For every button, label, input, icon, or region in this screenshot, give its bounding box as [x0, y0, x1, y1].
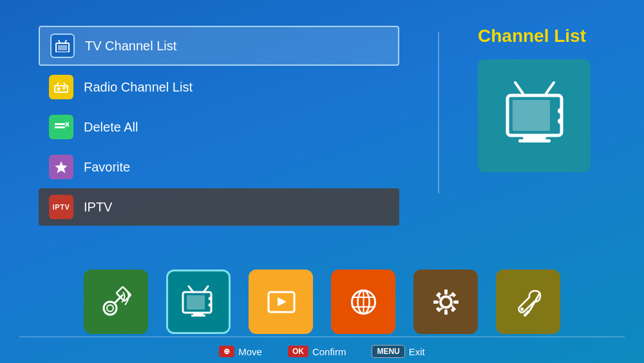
- svg-point-43: [440, 297, 451, 307]
- hint-confirm: OK Confirm: [288, 346, 346, 357]
- satellite-icon: [99, 284, 134, 320]
- svg-marker-14: [55, 161, 68, 173]
- bottom-line: [19, 337, 625, 337]
- svg-line-15: [515, 83, 523, 93]
- svg-rect-48: [435, 291, 440, 297]
- tv-preview-box: [478, 59, 591, 172]
- svg-point-32: [209, 303, 212, 306]
- svg-rect-1: [58, 45, 67, 50]
- svg-rect-33: [193, 313, 204, 315]
- svg-rect-49: [450, 291, 455, 297]
- svg-rect-18: [513, 100, 550, 131]
- toolbar-video-button[interactable]: [249, 270, 313, 334]
- move-badge: ⊕: [219, 346, 234, 357]
- favorite-icon: [49, 155, 73, 179]
- bottom-toolbar: [0, 270, 644, 334]
- toolbar-tv-icon: [179, 284, 218, 320]
- gear-icon: [428, 284, 464, 320]
- hint-move-label: Move: [238, 346, 262, 357]
- menu-badge: MENU: [372, 345, 404, 358]
- hint-exit-label: Exit: [409, 346, 425, 357]
- svg-rect-30: [187, 295, 205, 309]
- svg-rect-4: [55, 86, 68, 92]
- svg-rect-21: [523, 135, 546, 139]
- toolbar-web-button[interactable]: [331, 270, 395, 334]
- main-content: TV Channel List Radio Channel List: [0, 0, 644, 248]
- svg-point-19: [558, 108, 563, 113]
- hint-bar: ⊕ Move OK Confirm MENU Exit: [0, 345, 644, 358]
- toolbar-satellite-button[interactable]: [84, 270, 148, 334]
- menu-item-favorite-label: Favorite: [84, 160, 130, 175]
- menu-item-delete-all[interactable]: Delete All: [39, 108, 399, 146]
- svg-rect-44: [444, 289, 448, 294]
- svg-marker-36: [278, 297, 287, 306]
- hint-move: ⊕ Move: [219, 346, 262, 357]
- delete-all-icon: [49, 115, 73, 139]
- svg-rect-45: [444, 310, 448, 315]
- svg-line-16: [546, 83, 554, 93]
- menu-item-tv-label: TV Channel List: [85, 39, 176, 54]
- toolbar-tools-button[interactable]: [496, 270, 560, 334]
- menu-item-iptv[interactable]: IPTV IPTV: [39, 188, 399, 226]
- video-icon: [263, 284, 299, 320]
- svg-rect-11: [55, 126, 65, 128]
- menu-item-favorite[interactable]: Favorite: [39, 148, 399, 186]
- menu-panel: TV Channel List Radio Channel List: [39, 26, 399, 228]
- globe-icon: [346, 284, 381, 320]
- menu-item-tv-channel-list[interactable]: TV Channel List: [39, 26, 399, 66]
- svg-line-54: [525, 311, 529, 315]
- hint-confirm-label: Confirm: [312, 346, 346, 357]
- svg-rect-51: [450, 306, 455, 311]
- svg-point-31: [209, 297, 212, 300]
- radio-channel-list-icon: [49, 75, 73, 99]
- svg-rect-10: [55, 123, 65, 125]
- svg-point-20: [558, 119, 563, 124]
- tools-icon: [511, 284, 546, 320]
- toolbar-tv-button[interactable]: [166, 270, 231, 334]
- menu-item-delete-label: Delete All: [84, 120, 138, 135]
- hint-exit: MENU Exit: [372, 345, 424, 358]
- svg-rect-22: [518, 139, 551, 142]
- vertical-divider: [438, 32, 439, 193]
- svg-point-52: [520, 308, 524, 311]
- svg-point-5: [57, 88, 61, 91]
- channel-list-title: Channel List: [478, 26, 586, 46]
- tv-preview-icon: [496, 77, 573, 155]
- toolbar-settings-button[interactable]: [413, 270, 478, 334]
- ok-badge: OK: [288, 346, 308, 357]
- tv-channel-list-icon: [50, 34, 75, 58]
- menu-item-radio-label: Radio Channel List: [84, 80, 193, 95]
- menu-item-iptv-label: IPTV: [84, 200, 112, 215]
- svg-rect-47: [454, 300, 459, 304]
- right-panel: Channel List: [478, 26, 591, 228]
- svg-rect-50: [435, 306, 440, 311]
- menu-item-radio-channel-list[interactable]: Radio Channel List: [39, 68, 399, 106]
- svg-rect-46: [433, 300, 438, 304]
- svg-rect-34: [191, 315, 205, 317]
- iptv-icon: IPTV: [49, 195, 73, 219]
- svg-point-24: [107, 305, 113, 311]
